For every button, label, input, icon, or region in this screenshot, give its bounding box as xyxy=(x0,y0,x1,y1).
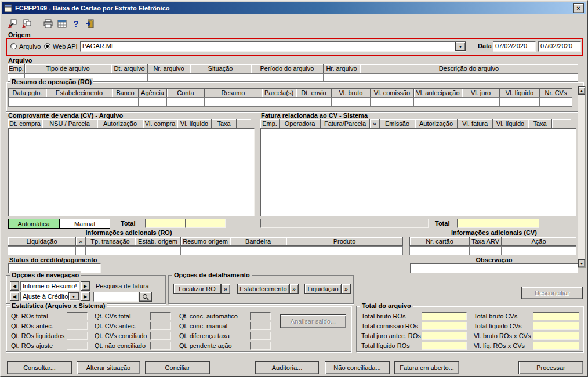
ajuste-prev-button[interactable]: ◀ xyxy=(10,292,19,301)
conciliar-button[interactable]: Conciliar xyxy=(145,361,210,374)
scroll-up-button[interactable]: ▲ xyxy=(578,86,585,95)
column-header-stub xyxy=(236,119,251,128)
grid-cell[interactable] xyxy=(8,246,76,255)
ajuste-dropdown-button[interactable]: ▼ xyxy=(68,292,79,300)
grid-cell[interactable] xyxy=(138,97,167,107)
stat-label: Qt. ROs liquidados xyxy=(11,332,64,340)
fatura-sistema-list[interactable] xyxy=(260,128,576,216)
estabelecimento-button[interactable]: Estabelecimento xyxy=(237,284,289,294)
grid-cell[interactable] xyxy=(166,97,205,107)
total-label: Total líquido CVs xyxy=(474,322,522,330)
column-header-more[interactable]: » xyxy=(75,237,86,246)
arquivo-empty-row[interactable] xyxy=(8,73,578,82)
grid-cell[interactable] xyxy=(204,97,262,107)
alterar-situacao-button[interactable]: Alterar situação xyxy=(77,361,140,374)
print-button[interactable] xyxy=(42,17,55,30)
grid-cell[interactable] xyxy=(413,97,462,107)
operadora-dropdown-button[interactable]: ▼ xyxy=(455,42,466,51)
ajuste-combobox[interactable]: Ajuste à Crédito ▼ xyxy=(20,292,79,301)
info-ro-value-row[interactable] xyxy=(8,246,403,255)
grid-cell[interactable] xyxy=(360,73,578,82)
stat-label: Qt. CVs conciliado xyxy=(95,332,147,340)
grid-cell[interactable] xyxy=(539,97,572,107)
column-header: Dt. compra xyxy=(8,119,42,128)
ajuste-next-button[interactable]: ▶ xyxy=(81,292,90,301)
printer-icon xyxy=(43,19,53,29)
resumo-ro-empty-row[interactable] xyxy=(9,97,572,107)
nao-conciliada-button[interactable]: Não conciliada... xyxy=(325,361,390,374)
close-icon: × xyxy=(577,5,580,12)
info-cv-label: Informações adicionais (CV) xyxy=(410,229,578,237)
processar-button[interactable]: Processar xyxy=(518,361,583,374)
grid-cell[interactable] xyxy=(409,246,470,255)
help-button[interactable]: ? xyxy=(70,17,82,30)
radio-web-api-label: Web API xyxy=(53,43,78,50)
grid-cell[interactable] xyxy=(370,97,414,107)
manual-button[interactable]: Manual xyxy=(59,219,110,229)
data-fim-field[interactable]: 07/02/2020 xyxy=(538,41,581,52)
stat-field xyxy=(67,332,88,340)
total-cv-value-field xyxy=(185,219,226,228)
column-header: Emissão xyxy=(379,119,415,128)
arrow-up-icon: ▲ xyxy=(580,89,584,93)
resumo-prev-button[interactable]: ◀ xyxy=(10,281,19,291)
cv-arquivo-list[interactable] xyxy=(8,128,255,216)
column-header: Autorização xyxy=(415,119,458,128)
grid-cell[interactable] xyxy=(112,97,139,107)
pesquisa-fatura-input[interactable] xyxy=(93,292,139,302)
cv-arquivo-header-row: Dt. compra NSU / Parcela Autorização Vl.… xyxy=(8,119,251,128)
grid-cell[interactable] xyxy=(323,73,360,82)
goto-new-record-button[interactable] xyxy=(20,17,32,30)
grid-cell[interactable] xyxy=(262,97,296,107)
grid-cell[interactable] xyxy=(501,246,576,255)
fatura-status-field xyxy=(260,219,429,228)
informe-resumo-field[interactable]: Informe o Resumo! xyxy=(20,281,79,291)
grid-cell[interactable] xyxy=(230,246,286,255)
grid-cell[interactable] xyxy=(8,97,46,107)
operadora-combobox[interactable]: PAGAR.ME ▼ xyxy=(80,41,466,52)
analisar-saldo-button[interactable]: Analisar saldo... xyxy=(280,314,346,328)
automatica-button[interactable]: Automática xyxy=(8,219,59,229)
grid-cell[interactable] xyxy=(180,246,230,255)
grid-cell[interactable] xyxy=(111,73,148,82)
auditoria-button[interactable]: Auditoria... xyxy=(255,361,319,374)
scroll-down-button[interactable]: ▼ xyxy=(578,259,585,267)
liquidacao-button[interactable]: Liquidação xyxy=(304,284,342,294)
grid-cell[interactable] xyxy=(75,246,86,255)
column-header: Vl. juro xyxy=(462,88,500,97)
grid-cell[interactable] xyxy=(296,97,332,107)
data-inicio-field[interactable]: 07/02/2020 xyxy=(493,41,536,52)
info-cv-value-row[interactable] xyxy=(410,246,576,255)
operadora-value: PAGAR.ME xyxy=(81,42,455,51)
grid-cell[interactable] xyxy=(286,246,403,255)
ajuste-value: Ajuste à Crédito xyxy=(21,292,68,300)
close-button[interactable]: × xyxy=(573,3,584,13)
localizar-ro-button[interactable]: Localizar RO xyxy=(173,284,221,294)
grid-cell[interactable] xyxy=(147,73,190,82)
grid-calculator-button[interactable] xyxy=(56,17,68,30)
grid-cell[interactable] xyxy=(190,73,251,82)
grid-cell[interactable] xyxy=(251,73,324,82)
liquidacao-more-button[interactable]: » xyxy=(342,284,351,294)
estabelecimento-more-button[interactable]: » xyxy=(289,284,299,294)
grid-cell[interactable] xyxy=(469,246,502,255)
pesquisa-fatura-button[interactable] xyxy=(139,292,152,302)
radio-arquivo[interactable] xyxy=(10,43,17,49)
vertical-scrollbar[interactable]: ▲ ▼ xyxy=(578,86,586,268)
grid-cell[interactable] xyxy=(462,97,500,107)
consultar-button[interactable]: Consultar... xyxy=(7,361,72,374)
fatura-em-aberto-button[interactable]: Fatura em aberto... xyxy=(394,361,459,374)
column-header-more[interactable]: » xyxy=(369,119,380,128)
desconciliar-button[interactable]: Desconciliar xyxy=(521,287,583,299)
localizar-ro-more-button[interactable]: » xyxy=(221,284,230,294)
grid-cell[interactable] xyxy=(331,97,371,107)
resumo-next-button[interactable]: ▶ xyxy=(81,281,90,291)
exit-button[interactable] xyxy=(84,17,96,30)
goto-record-button[interactable] xyxy=(6,17,19,30)
grid-cell[interactable] xyxy=(135,246,181,255)
grid-cell[interactable] xyxy=(85,246,135,255)
radio-web-api[interactable] xyxy=(44,43,50,49)
grid-cell[interactable] xyxy=(46,97,112,107)
grid-cell[interactable] xyxy=(499,97,540,107)
stat-field xyxy=(150,312,171,320)
